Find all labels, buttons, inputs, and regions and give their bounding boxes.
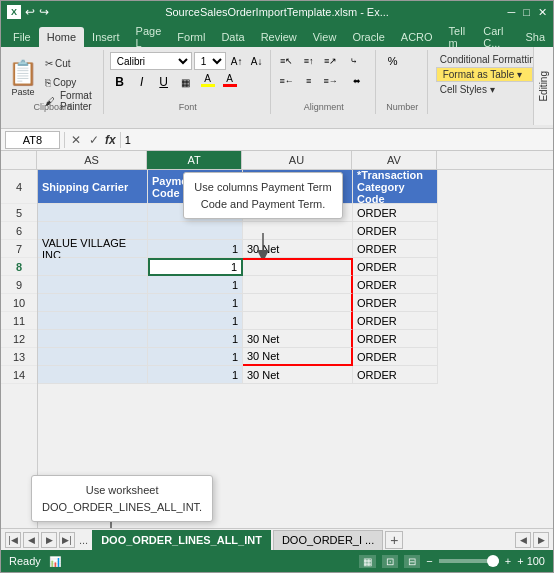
cell-at8-active[interactable]: 1 — [148, 258, 243, 276]
scroll-right-button[interactable]: ▶ — [533, 532, 549, 548]
cell-au8[interactable] — [243, 258, 353, 276]
cell-at9[interactable]: 1 — [148, 276, 243, 294]
cell-at14[interactable]: 1 — [148, 366, 243, 384]
cell-av6[interactable]: ORDER — [353, 222, 438, 240]
align-left-button[interactable]: ≡← — [277, 72, 297, 90]
cell-as11[interactable] — [38, 312, 148, 330]
cell-as5[interactable] — [38, 204, 148, 222]
sheet-nav-first-button[interactable]: |◀ — [5, 532, 21, 548]
maximize-btn[interactable]: □ — [523, 6, 530, 19]
cell-av10[interactable]: ORDER — [353, 294, 438, 312]
cell-as8[interactable] — [38, 258, 148, 276]
tab-tell-me[interactable]: Tell m — [441, 27, 476, 47]
align-top-left-button[interactable]: ≡↖ — [277, 52, 297, 70]
align-top-right-button[interactable]: ≡↗ — [321, 52, 341, 70]
align-right-button[interactable]: ≡→ — [321, 72, 341, 90]
tab-oracle[interactable]: Oracle — [344, 27, 392, 47]
normal-view-button[interactable]: ▦ — [359, 555, 376, 568]
copy-button[interactable]: ⎘ Copy — [41, 73, 99, 91]
cell-av11[interactable]: ORDER — [353, 312, 438, 330]
cell-as10[interactable] — [38, 294, 148, 312]
col-header-av[interactable]: AV — [352, 151, 437, 169]
cell-at7[interactable]: 1 — [148, 240, 243, 258]
cell-au13[interactable]: 30 Net — [243, 348, 353, 366]
row-header-4[interactable]: 4 — [1, 170, 37, 204]
row-header-6[interactable]: 6 — [1, 222, 37, 240]
sheet-nav-last-button[interactable]: ▶| — [59, 532, 75, 548]
cell-au11[interactable] — [243, 312, 353, 330]
wrap-text-button[interactable]: ⤷ — [343, 52, 365, 70]
tab-share[interactable]: Sha — [517, 27, 553, 47]
decrease-font-button[interactable]: A↓ — [248, 52, 266, 70]
cell-at12[interactable]: 1 — [148, 330, 243, 348]
cell-at13[interactable]: 1 — [148, 348, 243, 366]
font-name-select[interactable]: Calibri — [110, 52, 192, 70]
cell-styles-button[interactable]: Cell Styles ▾ — [436, 82, 533, 97]
bold-button[interactable]: B — [110, 72, 130, 92]
row-header-9[interactable]: 9 — [1, 276, 37, 294]
add-sheet-button[interactable]: + — [385, 531, 403, 549]
cancel-formula-button[interactable]: ✕ — [69, 133, 83, 147]
increase-font-button[interactable]: A↑ — [228, 52, 246, 70]
page-layout-view-button[interactable]: ⊡ — [382, 555, 398, 568]
format-as-table-button[interactable]: Format as Table ▾ — [436, 67, 533, 82]
paste-button[interactable]: 📋 Paste — [7, 52, 39, 104]
align-top-center-button[interactable]: ≡↑ — [299, 52, 319, 70]
redo-icon[interactable]: ↪ — [39, 5, 49, 19]
tab-review[interactable]: Review — [253, 27, 305, 47]
font-size-select[interactable]: 11 — [194, 52, 226, 70]
cell-av14[interactable]: ORDER — [353, 366, 438, 384]
cell-av7[interactable]: ORDER — [353, 240, 438, 258]
tab-formulas[interactable]: Forml — [169, 27, 213, 47]
col-header-at[interactable]: AT — [147, 151, 242, 169]
formula-input[interactable]: 1 — [125, 131, 549, 149]
cell-at11[interactable]: 1 — [148, 312, 243, 330]
tab-user[interactable]: Carl C... — [475, 27, 517, 47]
cell-av4[interactable]: *Transaction Category Code — [353, 170, 438, 204]
cut-button[interactable]: ✂ Cut — [41, 54, 99, 72]
tab-insert[interactable]: Insert — [84, 27, 128, 47]
cell-au12[interactable]: 30 Net — [243, 330, 353, 348]
row-header-11[interactable]: 11 — [1, 312, 37, 330]
col-header-au[interactable]: AU — [242, 151, 352, 169]
cell-as9[interactable] — [38, 276, 148, 294]
cell-av9[interactable]: ORDER — [353, 276, 438, 294]
tab-data[interactable]: Data — [213, 27, 252, 47]
zoom-in-icon[interactable]: + — [505, 555, 511, 567]
font-color-button[interactable]: A — [220, 72, 240, 92]
undo-icon[interactable]: ↩ — [25, 5, 35, 19]
close-btn[interactable]: ✕ — [538, 6, 547, 19]
cell-at10[interactable]: 1 — [148, 294, 243, 312]
cell-as14[interactable] — [38, 366, 148, 384]
row-header-14[interactable]: 14 — [1, 366, 37, 384]
cell-au14[interactable]: 30 Net — [243, 366, 353, 384]
fill-color-button[interactable]: A — [198, 72, 218, 92]
tab-page-layout[interactable]: Page L — [128, 27, 170, 47]
cell-as12[interactable] — [38, 330, 148, 348]
tab-acro[interactable]: ACRO — [393, 27, 441, 47]
cell-as4[interactable]: Shipping Carrier — [38, 170, 148, 204]
scroll-left-button[interactable]: ◀ — [515, 532, 531, 548]
cell-av8[interactable]: ORDER — [353, 258, 438, 276]
zoom-out-icon[interactable]: − — [426, 555, 432, 567]
minimize-btn[interactable]: ─ — [508, 6, 516, 19]
confirm-formula-button[interactable]: ✓ — [87, 133, 101, 147]
cell-au9[interactable] — [243, 276, 353, 294]
row-header-12[interactable]: 12 — [1, 330, 37, 348]
percent-button[interactable]: % — [382, 52, 404, 70]
cell-as7[interactable]: VALUE VILLAGE INC — [38, 240, 148, 258]
row-header-7[interactable]: 7 — [1, 240, 37, 258]
row-header-13[interactable]: 13 — [1, 348, 37, 366]
name-box[interactable]: AT8 — [5, 131, 60, 149]
italic-button[interactable]: I — [132, 72, 152, 92]
sheet-tab-secondary[interactable]: DOO_ORDER_I ... — [273, 530, 383, 550]
page-break-view-button[interactable]: ⊟ — [404, 555, 420, 568]
cell-av5[interactable]: ORDER — [353, 204, 438, 222]
row-header-8[interactable]: 8 — [1, 258, 37, 276]
cell-av13[interactable]: ORDER — [353, 348, 438, 366]
tab-home[interactable]: Home — [39, 27, 84, 47]
row-header-5[interactable]: 5 — [1, 204, 37, 222]
align-center-button[interactable]: ≡ — [299, 72, 319, 90]
sheet-nav-next-button[interactable]: ▶ — [41, 532, 57, 548]
tab-view[interactable]: View — [305, 27, 345, 47]
